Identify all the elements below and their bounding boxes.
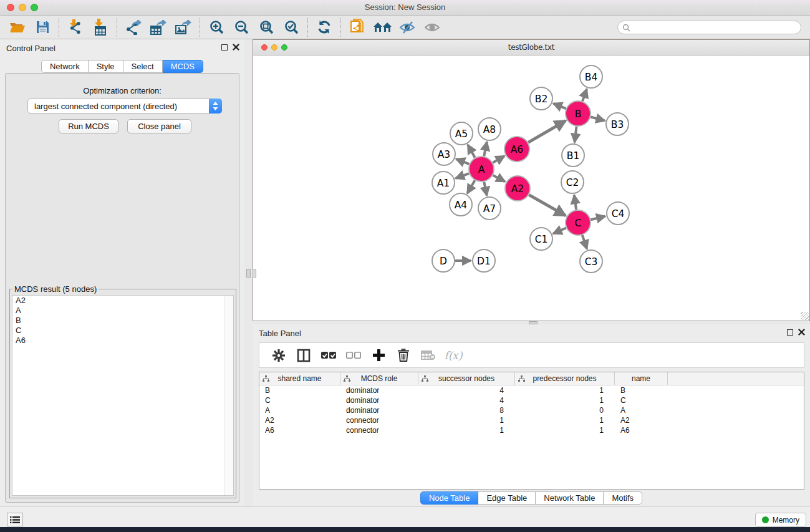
export-table-button[interactable]	[146, 17, 171, 37]
edge-C-C4[interactable]	[591, 216, 605, 220]
edge-A-A4[interactable]	[468, 180, 475, 193]
edge-A6-B[interactable]	[528, 121, 566, 143]
table-cell[interactable]: connector	[340, 415, 418, 425]
table-cell[interactable]: 0	[515, 405, 615, 415]
edge-B-B4[interactable]	[582, 89, 587, 101]
edge-A-A8[interactable]	[484, 142, 487, 157]
table-row[interactable]: Adominator80A	[259, 405, 804, 415]
import-table-button[interactable]	[88, 17, 113, 37]
table-cell[interactable]: C	[259, 395, 340, 405]
select-all-button[interactable]	[319, 346, 338, 365]
zoom-selected-button[interactable]	[279, 17, 304, 37]
table-cell[interactable]: A6	[259, 425, 340, 435]
first-neighbors-button[interactable]	[370, 17, 395, 37]
tab-motifs[interactable]: Motifs	[604, 491, 642, 505]
edge-B-B1[interactable]	[574, 127, 576, 142]
table-cell[interactable]: connector	[340, 425, 418, 435]
tab-mcds[interactable]: MCDS	[163, 60, 203, 73]
edge-A-A2[interactable]	[493, 175, 505, 181]
table-row[interactable]: Cdominator41C	[259, 395, 804, 405]
table-cell[interactable]: A6	[615, 425, 668, 435]
column-header-MCDS-role[interactable]: MCDS role	[340, 372, 418, 385]
network-from-selection-button[interactable]	[345, 17, 370, 37]
close-panel-icon[interactable]	[798, 329, 805, 336]
table-cell[interactable]: B	[615, 385, 668, 395]
add-column-button[interactable]	[369, 346, 388, 365]
table-cell[interactable]: A	[615, 405, 668, 415]
tab-style[interactable]: Style	[89, 60, 123, 73]
table-cell[interactable]: 8	[418, 405, 515, 415]
zoom-out-button[interactable]	[229, 17, 254, 37]
network-canvas[interactable]: AA1A2A3A4A5A6A7A8BB1B2B3B4CC1C2C3C4DD1	[253, 56, 809, 321]
export-image-button[interactable]	[171, 17, 196, 37]
divider-grip[interactable]	[253, 269, 256, 278]
search-input[interactable]	[617, 21, 801, 34]
open-session-button[interactable]	[5, 17, 30, 37]
show-all-button[interactable]	[420, 17, 445, 37]
edge-C-C3[interactable]	[582, 235, 587, 249]
deselect-all-button[interactable]	[344, 346, 363, 365]
table-cell[interactable]: 1	[515, 425, 615, 435]
mcds-result-item[interactable]: B	[12, 316, 233, 326]
toggle-panel-mode-button[interactable]	[294, 346, 313, 365]
column-header-name[interactable]: name	[615, 372, 668, 385]
resize-grip-icon[interactable]	[801, 312, 809, 320]
table-row[interactable]: Bdominator41B	[259, 385, 804, 395]
table-row[interactable]: A2connector11A2	[259, 415, 804, 425]
table-cell[interactable]: 4	[418, 385, 515, 395]
table-cell[interactable]: A2	[259, 415, 340, 425]
divider-grip[interactable]	[246, 269, 251, 278]
export-network-button[interactable]	[121, 17, 146, 37]
run-mcds-button[interactable]: Run MCDS	[59, 119, 118, 133]
mcds-result-item[interactable]: A2	[12, 296, 233, 306]
edge-A-A6[interactable]	[493, 156, 504, 162]
table-cell[interactable]: 1	[515, 385, 615, 395]
hide-selected-button[interactable]	[395, 17, 420, 37]
tab-node-table[interactable]: Node Table	[420, 491, 479, 505]
memory-button[interactable]: Memory	[755, 513, 806, 527]
edge-B-B2[interactable]	[553, 104, 566, 109]
table-cell[interactable]: 1	[418, 415, 515, 425]
save-session-button[interactable]	[30, 17, 55, 37]
table-cell[interactable]: C	[615, 395, 668, 405]
column-header-shared-name[interactable]: shared name	[259, 372, 340, 385]
column-header-predecessor-nodes[interactable]: predecessor nodes	[515, 372, 615, 385]
mcds-result-list[interactable]: A2ABCA6	[12, 295, 234, 496]
float-panel-icon[interactable]	[221, 44, 228, 51]
table-row[interactable]: A6connector11A6	[259, 425, 804, 435]
tab-select[interactable]: Select	[123, 60, 163, 73]
tab-network[interactable]: Network	[41, 60, 89, 73]
table-settings-button[interactable]	[269, 346, 288, 365]
edge-A-A1[interactable]	[456, 173, 469, 178]
mcds-result-item[interactable]: A6	[12, 336, 233, 346]
edge-A-A3[interactable]	[456, 159, 469, 164]
vertical-split-divider[interactable]	[244, 39, 253, 506]
zoom-in-button[interactable]	[204, 17, 229, 37]
mcds-result-item[interactable]: C	[12, 326, 233, 336]
task-history-button[interactable]	[7, 513, 23, 526]
table-cell[interactable]: A	[259, 405, 340, 415]
edge-A-A7[interactable]	[484, 182, 487, 196]
tab-network-table[interactable]: Network Table	[536, 491, 604, 505]
tab-edge-table[interactable]: Edge Table	[478, 491, 536, 505]
float-panel-icon[interactable]	[787, 329, 793, 336]
table-cell[interactable]: 4	[418, 395, 515, 405]
scrollbar-track[interactable]	[224, 296, 233, 495]
refresh-button[interactable]	[312, 17, 337, 37]
table-cell[interactable]: dominator	[340, 385, 418, 395]
table-cell[interactable]: A2	[615, 415, 668, 425]
delete-column-button[interactable]	[394, 346, 413, 365]
table-cell[interactable]: 1	[515, 415, 615, 425]
table-cell[interactable]: 1	[515, 395, 615, 405]
edge-C-C1[interactable]	[553, 228, 566, 233]
table-cell[interactable]: dominator	[340, 405, 418, 415]
edge-C-C2[interactable]	[574, 195, 576, 210]
edge-B-B3[interactable]	[591, 117, 604, 120]
optimization-criterion-select[interactable]: largest connected component (directed)	[27, 99, 222, 114]
edge-A2-C[interactable]	[529, 195, 566, 215]
mcds-result-item[interactable]: A	[12, 306, 233, 316]
import-network-button[interactable]	[63, 17, 88, 37]
close-panel-button[interactable]: Close panel	[127, 119, 191, 133]
zoom-fit-button[interactable]	[254, 17, 279, 37]
table-cell[interactable]: dominator	[340, 395, 418, 405]
